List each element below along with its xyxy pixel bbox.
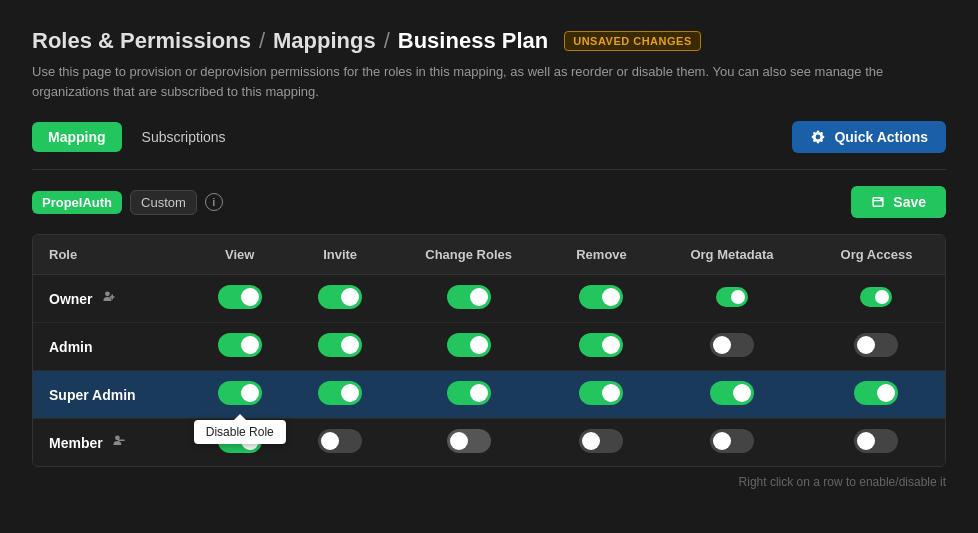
toggle-org_access-1[interactable] [854, 333, 898, 357]
invite-cell-2 [290, 371, 390, 419]
gear-icon [810, 129, 826, 145]
col-view: View [190, 235, 290, 275]
change_roles-cell-2 [390, 371, 547, 419]
remove-cell-2 [547, 371, 656, 419]
toggle-invite-3[interactable] [318, 429, 362, 453]
mapping-left: PropelAuth Custom i [32, 190, 223, 215]
table-row[interactable]: Super AdminDisable Role [33, 371, 945, 419]
toggle-invite-1[interactable] [318, 333, 362, 357]
view-cell-1 [190, 323, 290, 371]
save-icon [871, 195, 885, 209]
breadcrumb-mappings: Mappings [273, 28, 376, 54]
col-org-metadata: Org Metadata [656, 235, 808, 275]
save-label: Save [893, 194, 926, 210]
toggle-org_access-2[interactable] [854, 381, 898, 405]
pill-custom[interactable]: Custom [130, 190, 197, 215]
table-row[interactable]: Admin [33, 323, 945, 371]
col-invite: Invite [290, 235, 390, 275]
invite-cell-0 [290, 275, 390, 323]
org_access-cell-0 [808, 275, 945, 323]
view-cell-0 [190, 275, 290, 323]
breadcrumb: Roles & Permissions / Mappings / Busines… [32, 28, 548, 54]
unsaved-badge: UNSAVED CHANGES [564, 31, 701, 51]
role-cell-1: Admin [33, 323, 190, 371]
col-role: Role [33, 235, 190, 275]
tabs-row: Mapping Subscriptions Quick Actions [32, 121, 946, 153]
footer-hint: Right click on a row to enable/disable i… [32, 475, 946, 489]
toggle-change_roles-2[interactable] [447, 381, 491, 405]
role-name: Admin [49, 339, 93, 355]
remove-cell-0 [547, 275, 656, 323]
remove-cell-1 [547, 323, 656, 371]
tabs-left: Mapping Subscriptions [32, 122, 242, 152]
tab-mapping[interactable]: Mapping [32, 122, 122, 152]
invite-cell-1 [290, 323, 390, 371]
save-button[interactable]: Save [851, 186, 946, 218]
org_access-cell-2 [808, 371, 945, 419]
mapping-row: PropelAuth Custom i Save [32, 186, 946, 218]
person-plus-icon [101, 289, 117, 308]
breadcrumb-sep2: / [384, 28, 390, 54]
breadcrumb-sep1: / [259, 28, 265, 54]
toggle-invite-0[interactable] [318, 285, 362, 309]
breadcrumb-roles: Roles & Permissions [32, 28, 251, 54]
toggle-remove-2[interactable] [579, 381, 623, 405]
change_roles-cell-3 [390, 419, 547, 467]
role-cell-0: Owner [33, 275, 190, 323]
pill-propelauth[interactable]: PropelAuth [32, 191, 122, 214]
page-description: Use this page to provision or deprovisio… [32, 62, 946, 101]
permissions-table: Role View Invite Change Roles Remove Org… [32, 234, 946, 467]
toggle-change_roles-3[interactable] [447, 429, 491, 453]
toggle-remove-1[interactable] [579, 333, 623, 357]
person-minus-icon [111, 433, 127, 452]
toggle-org_access-0[interactable] [860, 287, 892, 307]
quick-actions-button[interactable]: Quick Actions [792, 121, 946, 153]
org_metadata-cell-0 [656, 275, 808, 323]
org_metadata-cell-3 [656, 419, 808, 467]
page-container: Roles & Permissions / Mappings / Busines… [0, 0, 978, 509]
org_access-cell-1 [808, 323, 945, 371]
disable-role-tooltip: Disable Role [194, 420, 286, 444]
header: Roles & Permissions / Mappings / Busines… [32, 28, 946, 54]
toggle-org_metadata-0[interactable] [716, 287, 748, 307]
info-icon[interactable]: i [205, 193, 223, 211]
col-org-access: Org Access [808, 235, 945, 275]
divider [32, 169, 946, 170]
toggle-view-0[interactable] [218, 285, 262, 309]
col-remove: Remove [547, 235, 656, 275]
change_roles-cell-1 [390, 323, 547, 371]
role-name: Owner [49, 291, 93, 307]
toggle-org_metadata-1[interactable] [710, 333, 754, 357]
toggle-org_metadata-3[interactable] [710, 429, 754, 453]
col-change-roles: Change Roles [390, 235, 547, 275]
org_access-cell-3 [808, 419, 945, 467]
view-cell-2: Disable Role [190, 371, 290, 419]
table-row[interactable]: Member [33, 419, 945, 467]
role-cell-3: Member [33, 419, 190, 467]
toggle-change_roles-0[interactable] [447, 285, 491, 309]
toggle-remove-0[interactable] [579, 285, 623, 309]
invite-cell-3 [290, 419, 390, 467]
table-row[interactable]: Owner [33, 275, 945, 323]
role-cell-2: Super Admin [33, 371, 190, 419]
tab-subscriptions[interactable]: Subscriptions [126, 122, 242, 152]
toggle-invite-2[interactable] [318, 381, 362, 405]
quick-actions-label: Quick Actions [834, 129, 928, 145]
toggle-view-1[interactable] [218, 333, 262, 357]
toggle-view-2[interactable] [218, 381, 262, 405]
toggle-org_metadata-2[interactable] [710, 381, 754, 405]
role-name: Super Admin [49, 387, 136, 403]
org_metadata-cell-2 [656, 371, 808, 419]
toggle-org_access-3[interactable] [854, 429, 898, 453]
role-name: Member [49, 435, 103, 451]
toggle-remove-3[interactable] [579, 429, 623, 453]
remove-cell-3 [547, 419, 656, 467]
toggle-change_roles-1[interactable] [447, 333, 491, 357]
change_roles-cell-0 [390, 275, 547, 323]
org_metadata-cell-1 [656, 323, 808, 371]
breadcrumb-current: Business Plan [398, 28, 548, 54]
